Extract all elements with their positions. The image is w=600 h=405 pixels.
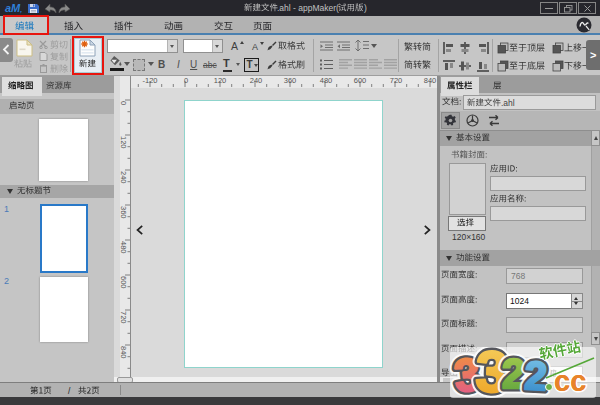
svg-text:2: 2 (502, 350, 525, 397)
